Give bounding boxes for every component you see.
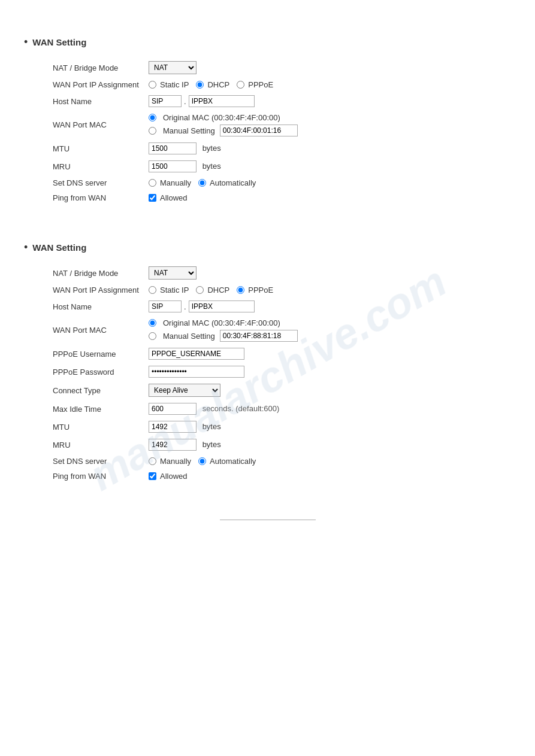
mru-value-cell: bytes [144, 157, 407, 175]
mtu-input[interactable] [149, 142, 197, 154]
dns-auto-item: Automatically [198, 178, 256, 187]
mtu-value-cell: bytes [144, 139, 407, 157]
s2-mru-input[interactable] [149, 439, 197, 451]
s2-pppoe-radio[interactable] [237, 286, 244, 294]
wan-port-ip-label: WAN Port IP Assignment [48, 77, 144, 92]
s2-nat-bridge-value: NAT Bridge [144, 263, 407, 283]
s2-max-idle-value: seconds. (default:600) [144, 400, 407, 418]
wan-port-ip-row: WAN Port IP Assignment Static IP DHCP [48, 77, 407, 92]
host-sip-input[interactable] [149, 95, 182, 107]
s2-dhcp-radio[interactable] [196, 286, 204, 294]
mtu-row: MTU bytes [48, 139, 407, 157]
wan-port-mac-options: Original MAC (00:30:4F:4F:00:00) Manual … [144, 110, 407, 139]
ping-wan-label: Ping from WAN [48, 190, 144, 205]
s2-connect-type-label: Connect Type [48, 381, 144, 400]
manual-setting-label: Manual Setting [163, 126, 215, 135]
s2-mtu-row: MTU bytes [48, 418, 407, 436]
page-separator [220, 520, 316, 520]
mru-input[interactable] [149, 160, 197, 172]
s2-dns-auto-item: Automatically [198, 457, 256, 466]
mtu-label: MTU [48, 139, 144, 157]
manual-mac-input[interactable] [220, 125, 298, 136]
s2-wan-port-mac-label: WAN Port MAC [48, 315, 144, 345]
set-dns-label: Set DNS server [48, 175, 144, 190]
manual-mac-radio[interactable] [149, 127, 156, 135]
s2-ping-wan-row: Ping from WAN Allowed [48, 469, 407, 484]
s2-dns-manually-item: Manually [149, 457, 191, 466]
s2-host-name-row: Host Name . [48, 297, 407, 315]
s2-manual-mac-radio[interactable] [149, 332, 156, 340]
s2-original-mac-label: Original MAC (00:30:4F:4F:00:00) [163, 318, 280, 327]
ping-wan-value: Allowed [144, 190, 407, 205]
s2-pppoe-username-input[interactable] [149, 348, 244, 360]
s2-original-mac-radio[interactable] [149, 319, 156, 327]
s2-connect-type-select[interactable]: Keep Alive On Demand Manual [149, 384, 220, 397]
s2-dhcp-label: DHCP [207, 286, 229, 294]
nat-bridge-select[interactable]: NAT Bridge [149, 61, 197, 74]
s2-mtu-value-cell: bytes [144, 418, 407, 436]
s2-max-idle-input[interactable] [149, 403, 197, 415]
host-inputs-group: . [149, 95, 403, 107]
s2-manual-mac-input[interactable] [220, 330, 298, 342]
dhcp-radio[interactable] [196, 81, 204, 89]
wan-ip-radio-group: Static IP DHCP PPPoE [149, 80, 403, 89]
wan-port-ip-options: Static IP DHCP PPPoE [144, 77, 407, 92]
s2-wan-port-mac-options: Original MAC (00:30:4F:4F:00:00) Manual … [144, 315, 407, 345]
section1-header: • WAN Setting [24, 36, 511, 48]
pppoe-radio[interactable] [237, 81, 244, 89]
original-mac-label: Original MAC (00:30:4F:4F:00:00) [163, 113, 280, 122]
s2-mru-bytes-label: bytes [202, 440, 221, 449]
s2-pppoe-password-input[interactable] [149, 366, 244, 378]
s2-nat-bridge-label: NAT / Bridge Mode [48, 263, 144, 283]
set-dns-row: Set DNS server Manually Automatically [48, 175, 407, 190]
host-domain-input[interactable] [189, 95, 255, 107]
s2-connect-type-value: Keep Alive On Demand Manual [144, 381, 407, 400]
s2-ping-allowed-item: Allowed [149, 472, 403, 481]
s2-static-ip-radio[interactable] [149, 286, 156, 294]
manual-mac-row: Manual Setting [149, 125, 403, 136]
s2-host-sip-input[interactable] [149, 300, 182, 312]
static-ip-radio[interactable] [149, 81, 156, 89]
dns-auto-label: Automatically [210, 178, 256, 187]
dns-manually-item: Manually [149, 178, 191, 187]
s2-wan-port-ip-options: Static IP DHCP PPPoE [144, 283, 407, 297]
s2-dns-manually-label: Manually [160, 457, 191, 466]
s2-pppoe-password-value [144, 363, 407, 381]
s2-mru-value-cell: bytes [144, 436, 407, 454]
nat-bridge-label: NAT / Bridge Mode [48, 58, 144, 77]
s2-pppoe-radio-item: PPPoE [237, 286, 273, 294]
s2-set-dns-label: Set DNS server [48, 454, 144, 469]
s2-wan-port-mac-row: WAN Port MAC Original MAC (00:30:4F:4F:0… [48, 315, 407, 345]
s2-max-idle-label: Max Idle Time [48, 400, 144, 418]
section2-header: • WAN Setting [24, 241, 511, 254]
s2-manual-setting-label: Manual Setting [163, 332, 215, 341]
s2-ping-allowed-checkbox[interactable] [149, 472, 156, 480]
s2-original-mac-row: Original MAC (00:30:4F:4F:00:00) [149, 318, 403, 327]
s2-mru-label: MRU [48, 436, 144, 454]
s2-ping-wan-value: Allowed [144, 469, 407, 484]
s2-dns-manually-radio[interactable] [149, 457, 156, 465]
s2-static-ip-label: Static IP [160, 286, 189, 294]
s2-ping-allowed-label: Allowed [160, 472, 188, 481]
host-name-row: Host Name . [48, 92, 407, 110]
dns-manually-radio[interactable] [149, 179, 156, 187]
section1-table: NAT / Bridge Mode NAT Bridge WAN Port IP… [48, 58, 407, 205]
s2-host-separator: . [184, 302, 186, 311]
wan-port-mac-row: WAN Port MAC Original MAC (00:30:4F:4F:0… [48, 110, 407, 139]
s2-host-name-label: Host Name [48, 297, 144, 315]
s2-wan-ip-radio-group: Static IP DHCP PPPoE [149, 286, 403, 294]
s2-pppoe-username-label: PPPoE Username [48, 345, 144, 363]
s2-dns-auto-radio[interactable] [198, 457, 206, 465]
s2-nat-bridge-select[interactable]: NAT Bridge [149, 266, 197, 280]
set-dns-options: Manually Automatically [144, 175, 407, 190]
s2-host-domain-input[interactable] [189, 300, 255, 312]
ping-allowed-checkbox[interactable] [149, 194, 156, 202]
s2-pppoe-label: PPPoE [248, 286, 273, 294]
s2-wan-port-ip-label: WAN Port IP Assignment [48, 283, 144, 297]
original-mac-radio[interactable] [149, 114, 156, 122]
s2-mtu-input[interactable] [149, 421, 197, 433]
dns-auto-radio[interactable] [198, 179, 206, 187]
s2-ping-wan-label: Ping from WAN [48, 469, 144, 484]
host-name-label: Host Name [48, 92, 144, 110]
s2-pppoe-password-label: PPPoE Password [48, 363, 144, 381]
